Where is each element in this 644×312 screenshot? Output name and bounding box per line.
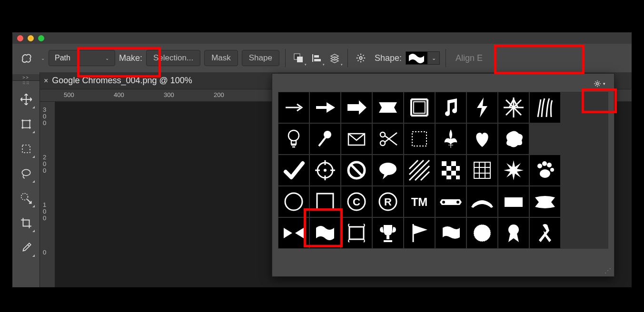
shapes-grid: C R TM — [278, 92, 608, 249]
shape-picker-dropdown[interactable]: ⌄ — [427, 51, 440, 65]
tab-close-button[interactable]: × — [44, 77, 48, 85]
gear-icon[interactable] — [354, 51, 368, 65]
shape-ornate-frame[interactable] — [341, 217, 372, 249]
svg-rect-55 — [451, 171, 456, 176]
window-close-button[interactable] — [17, 35, 23, 41]
svg-line-18 — [28, 245, 29, 246]
svg-rect-52 — [446, 166, 451, 171]
shape-banner-rect[interactable] — [372, 92, 404, 123]
svg-rect-50 — [442, 161, 446, 166]
divider — [285, 49, 286, 67]
path-arrangement-icon[interactable]: ▾ — [327, 51, 342, 65]
shape-spiky-burst[interactable] — [498, 155, 529, 186]
divider — [347, 49, 348, 67]
eyedropper-tool[interactable] — [16, 237, 37, 259]
shape-diagonal-lines[interactable] — [404, 155, 435, 186]
svg-rect-35 — [412, 132, 426, 146]
svg-point-82 — [508, 224, 519, 235]
lasso-tool[interactable] — [16, 163, 37, 185]
titlebar — [12, 32, 632, 44]
window-maximize-button[interactable] — [38, 35, 44, 41]
quick-selection-tool[interactable] — [16, 187, 37, 209]
ruler-tick: 400 — [114, 91, 124, 98]
marquee-tool[interactable] — [16, 138, 37, 160]
shape-ribbon-arc[interactable] — [466, 186, 498, 217]
shape-envelope[interactable] — [341, 123, 372, 155]
shape-fleur-de-lis[interactable] — [435, 123, 466, 155]
shape-arrow-block[interactable] — [341, 92, 372, 123]
shape-ribbon-banner[interactable] — [435, 186, 466, 217]
shapes-picker-panel: ▾ C R TM — [272, 73, 614, 277]
make-selection-label: Selection... — [153, 53, 193, 63]
svg-rect-56 — [446, 176, 451, 179]
shape-stamp-dotted[interactable] — [404, 123, 435, 155]
shape-flag-simple[interactable] — [498, 186, 529, 217]
shape-speech-bubble[interactable] — [372, 155, 404, 186]
svg-text:C: C — [353, 196, 360, 208]
tool-dropdown-caret[interactable]: ⌄ — [41, 56, 45, 61]
shape-trophy[interactable] — [372, 217, 404, 249]
document-tab-title[interactable]: Google Chromess_004.png @ 100% — [52, 76, 192, 86]
make-selection-button[interactable]: Selection... — [146, 50, 200, 66]
shape-picker[interactable]: ⌄ — [406, 51, 440, 65]
svg-line-43 — [351, 165, 362, 176]
shape-pushpin[interactable] — [309, 123, 341, 155]
custom-shape-tool-icon[interactable] — [17, 49, 36, 68]
shape-copyright[interactable]: C — [341, 186, 372, 217]
shape-grass[interactable] — [529, 92, 561, 123]
shape-circle-outline[interactable] — [278, 186, 309, 217]
shape-arrow-medium[interactable] — [309, 92, 341, 123]
shape-light-bulb[interactable] — [278, 123, 309, 155]
svg-point-44 — [379, 163, 396, 175]
svg-point-63 — [540, 169, 550, 178]
shape-checkmark[interactable] — [278, 155, 309, 186]
panel-expand-handle[interactable]: >> — [12, 74, 40, 81]
shape-bowtie[interactable] — [278, 217, 309, 249]
shape-heart[interactable] — [466, 123, 498, 155]
window-minimize-button[interactable] — [28, 35, 34, 41]
shape-flag-point[interactable] — [529, 186, 561, 217]
shape-square-outline[interactable] — [309, 186, 341, 217]
svg-text:R: R — [384, 196, 392, 208]
align-edges-label: Align E — [456, 53, 483, 63]
shape-grid[interactable] — [466, 155, 498, 186]
shape-flag-wave-selected[interactable] — [309, 217, 341, 249]
shape-paw-print[interactable] — [529, 155, 561, 186]
svg-rect-57 — [456, 176, 460, 179]
make-mask-button[interactable]: Mask — [204, 50, 238, 66]
crop-tool[interactable] — [16, 212, 37, 234]
move-tool[interactable] — [16, 88, 37, 110]
path-alignment-icon[interactable]: ▾ — [309, 51, 324, 65]
shapes-panel-menu-button[interactable]: ▾ — [593, 79, 605, 88]
svg-line-45 — [409, 160, 429, 180]
shape-blob[interactable] — [498, 123, 529, 155]
ruler-tick: 0 — [43, 208, 46, 214]
panel-grip[interactable]: ⠿⠿ — [12, 81, 40, 86]
shape-flag-wavy[interactable] — [435, 217, 466, 249]
tool-mode-select[interactable]: Path ⌄ — [49, 50, 115, 66]
svg-rect-78 — [349, 227, 364, 239]
shape-music-note[interactable] — [435, 92, 466, 123]
shape-award-ribbon[interactable] — [498, 217, 529, 249]
shape-starburst[interactable] — [498, 92, 529, 123]
shape-lightning-bolt[interactable] — [466, 92, 498, 123]
shape-crosshair[interactable] — [309, 155, 341, 186]
vertical-ruler[interactable]: 3 0 0 2 0 0 1 0 0 0 — [40, 102, 55, 287]
artboard-tool[interactable] — [16, 113, 37, 135]
svg-point-34 — [380, 141, 385, 146]
shape-awareness-ribbon[interactable] — [529, 217, 561, 249]
ruler-tick: 0 — [43, 167, 46, 174]
shape-checkerboard[interactable] — [435, 155, 466, 186]
shape-trademark[interactable]: TM — [404, 186, 435, 217]
shape-scissors[interactable] — [372, 123, 404, 155]
path-operations-icon[interactable]: ▾ — [291, 51, 306, 65]
svg-rect-53 — [456, 166, 460, 171]
resize-grip[interactable]: ⋰ — [604, 267, 611, 274]
shape-frame-stamp[interactable] — [404, 92, 435, 123]
shape-seal[interactable] — [466, 217, 498, 249]
shape-arrow-thin[interactable] — [278, 92, 309, 123]
shape-registered[interactable]: R — [372, 186, 404, 217]
shape-no-sign[interactable] — [341, 155, 372, 186]
shape-pennant[interactable] — [404, 217, 435, 249]
make-shape-button[interactable]: Shape — [242, 50, 279, 66]
